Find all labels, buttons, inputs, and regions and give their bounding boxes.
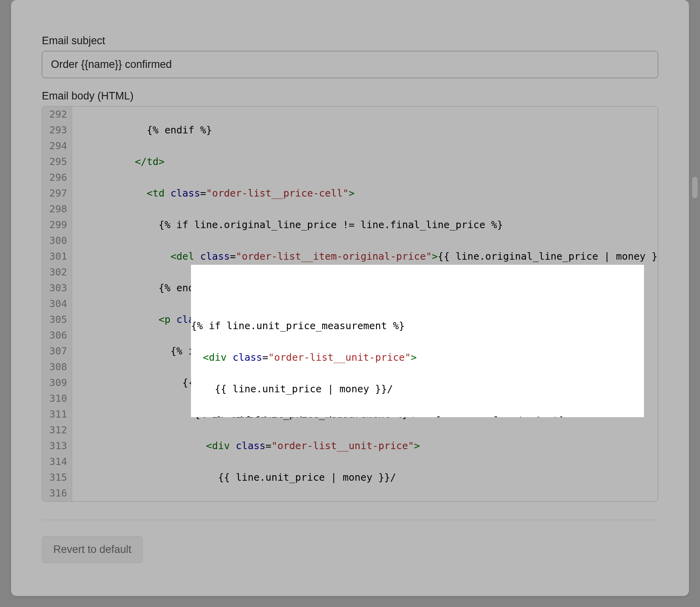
- line-number-gutter: 2922932942952962972982993003013023033043…: [42, 107, 72, 501]
- editor-scrollbar-thumb[interactable]: [692, 177, 698, 198]
- email-body-label: Email body (HTML): [42, 90, 658, 102]
- divider: [42, 520, 658, 520]
- code-highlight-popout: {% if line.unit_price_measurement %} <di…: [191, 265, 644, 417]
- revert-to-default-button[interactable]: Revert to default: [42, 536, 143, 563]
- code-line: {% endif %}: [75, 124, 212, 136]
- email-subject-label: Email subject: [42, 35, 658, 47]
- email-subject-input[interactable]: [42, 51, 658, 78]
